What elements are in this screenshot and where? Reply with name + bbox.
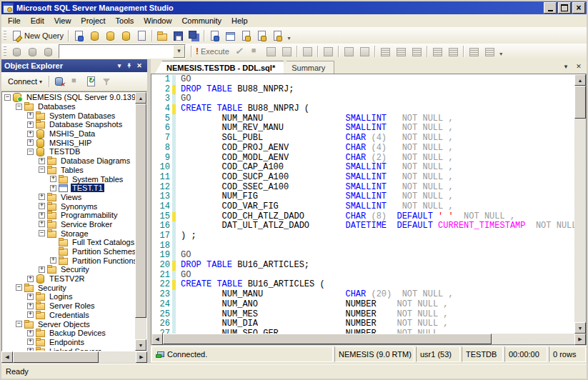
collapse-icon[interactable]: −: [16, 104, 22, 110]
active-files-dropdown-icon[interactable]: ▾: [561, 61, 571, 71]
scroll-right-icon[interactable]: ▶: [136, 351, 147, 363]
expand-icon[interactable]: +: [39, 194, 45, 200]
tree-item-database-snapshots[interactable]: +Database Snapshots: [2, 120, 135, 129]
expand-icon[interactable]: +: [27, 294, 34, 300]
scroll-up-icon[interactable]: ▲: [135, 92, 146, 104]
results-to-file-button[interactable]: [409, 44, 424, 59]
menu-file[interactable]: File: [3, 15, 26, 26]
menu-view[interactable]: View: [49, 15, 76, 26]
collapse-icon[interactable]: −: [16, 284, 22, 291]
tree-item-mshis-data[interactable]: +MSHIS_Data: [2, 129, 135, 139]
tree-item-test-t1[interactable]: +TEST.T1: [2, 184, 135, 193]
collapse-icon[interactable]: −: [4, 94, 11, 101]
tree-item-testdb[interactable]: −TESTDB: [2, 147, 135, 156]
menu-project[interactable]: Project: [76, 15, 110, 26]
open-file-button[interactable]: [154, 29, 170, 43]
tab-summary[interactable]: Summary: [279, 61, 334, 74]
menu-window[interactable]: Window: [139, 15, 176, 26]
toolbar-grip[interactable]: [4, 30, 6, 41]
uncomment-selection-button[interactable]: [445, 44, 461, 59]
design-query-in-editor-button[interactable]: [299, 44, 315, 59]
expand-icon[interactable]: +: [27, 139, 34, 146]
disconnect-button[interactable]: [51, 74, 67, 89]
collapse-icon[interactable]: −: [16, 321, 22, 327]
scroll-right-icon[interactable]: ▶: [574, 334, 586, 345]
expand-icon[interactable]: +: [39, 212, 45, 219]
disconnect-button[interactable]: [24, 44, 40, 59]
expand-icon[interactable]: +: [39, 221, 45, 227]
change-connection-button[interactable]: [40, 44, 56, 59]
tree-item-endpoints[interactable]: +Endpoints: [2, 338, 135, 347]
tree-item-server-roles[interactable]: +Server Roles: [2, 301, 135, 311]
sql-code-editor[interactable]: 1GO2DROP TABLE BU88_NNPRJ;3GO4CREATE TAB…: [151, 74, 574, 334]
expand-icon[interactable]: +: [39, 266, 45, 273]
analysis-services-dmx-query-button[interactable]: [102, 29, 118, 43]
expand-icon[interactable]: +: [27, 339, 34, 345]
editor-vertical-scrollbar[interactable]: ▲ ▼: [574, 74, 586, 334]
tree-item-mshis-hip[interactable]: +MSHIS_HIP: [2, 138, 135, 147]
maximize-button[interactable]: [558, 2, 571, 14]
analysis-services-mdx-query-button[interactable]: [86, 29, 102, 43]
editor-horizontal-scrollbar[interactable]: ◀ ▶: [151, 334, 587, 345]
tree-item-system-tables[interactable]: +System Tables: [2, 174, 135, 184]
template-explorer-button[interactable]: [254, 29, 269, 43]
tree-item-server-objects[interactable]: −Server Objects: [2, 319, 135, 329]
scroll-left-icon[interactable]: ◀: [151, 334, 163, 345]
toolbar-overflow-icon[interactable]: ▾: [497, 44, 505, 59]
parse-button[interactable]: [231, 44, 247, 59]
tree-item-partition-schemes[interactable]: Partition Schemes: [2, 247, 135, 256]
collapse-icon[interactable]: −: [39, 166, 45, 173]
minimize-button[interactable]: [544, 2, 557, 14]
menu-tools[interactable]: Tools: [111, 15, 139, 26]
menu-edit[interactable]: Edit: [26, 15, 49, 26]
query-options-button[interactable]: [279, 44, 294, 59]
analysis-services-xmla-query-button[interactable]: [118, 29, 134, 43]
specify-template-values-button[interactable]: [320, 44, 336, 59]
registered-servers-button[interactable]: [206, 29, 222, 43]
tree-vertical-scrollbar[interactable]: ▲ ▼: [135, 92, 146, 351]
include-actual-plan-button[interactable]: [341, 44, 357, 59]
object-explorer-tree[interactable]: −NEMESIS (SQL Server 9.0.1399 - usr−Data…: [2, 92, 135, 351]
refresh-button[interactable]: [83, 74, 99, 89]
tree-item-full-text-catalogs[interactable]: Full Text Catalogs: [2, 238, 135, 247]
display-estimated-plan-button[interactable]: [263, 44, 279, 59]
include-client-statistics-button[interactable]: [357, 44, 372, 59]
new-query-button[interactable]: New Query: [9, 29, 66, 43]
close-document-icon[interactable]: ✕: [574, 61, 584, 71]
collapse-icon[interactable]: −: [39, 230, 45, 236]
scroll-up-icon[interactable]: ▲: [574, 74, 586, 86]
tree-item-testv2r[interactable]: +TESTV2R: [2, 274, 135, 284]
save-button[interactable]: [170, 29, 186, 43]
tree-item-views[interactable]: +Views: [2, 193, 135, 202]
expand-icon[interactable]: +: [27, 131, 34, 137]
database-engine-query-button[interactable]: [71, 29, 86, 43]
decrease-indent-button[interactable]: [466, 44, 482, 59]
expand-icon[interactable]: +: [50, 257, 56, 264]
available-databases-combo[interactable]: [59, 44, 186, 59]
filter-button[interactable]: [99, 74, 114, 89]
tree-horizontal-scrollbar[interactable]: ◀ ▶: [1, 351, 147, 363]
collapse-icon[interactable]: −: [27, 149, 34, 155]
tree-item-tables[interactable]: −Tables: [2, 166, 135, 175]
tree-item-service-broker[interactable]: +Service Broker: [2, 220, 135, 229]
tree-item-credentials[interactable]: +Credentials: [2, 311, 135, 320]
tree-item-programmability[interactable]: +Programmability: [2, 211, 135, 220]
connect-button[interactable]: [9, 44, 24, 59]
tree-item-system-databases[interactable]: +System Databases: [2, 111, 135, 120]
tree-item-backup-devices[interactable]: +Backup Devices: [2, 329, 135, 338]
tree-item-databases[interactable]: −Databases: [2, 102, 135, 111]
tree-item-database-diagrams[interactable]: +Database Diagrams: [2, 156, 135, 166]
close-button[interactable]: [572, 2, 585, 14]
results-to-text-button[interactable]: [377, 44, 393, 59]
expand-icon[interactable]: +: [27, 121, 34, 128]
results-to-grid-button[interactable]: [393, 44, 409, 59]
tree-item-security[interactable]: +Security: [2, 265, 135, 274]
save-all-button[interactable]: [186, 29, 201, 43]
scroll-left-icon[interactable]: ◀: [1, 351, 13, 363]
sql-mobile-query-button[interactable]: [134, 29, 149, 43]
auto-hide-pin-icon[interactable]: 🖈: [124, 61, 134, 71]
tree-item-security[interactable]: −Security: [2, 283, 135, 292]
increase-indent-button[interactable]: [482, 44, 497, 59]
expand-icon[interactable]: +: [50, 176, 56, 182]
cancel-executing-query-button[interactable]: [247, 44, 263, 59]
